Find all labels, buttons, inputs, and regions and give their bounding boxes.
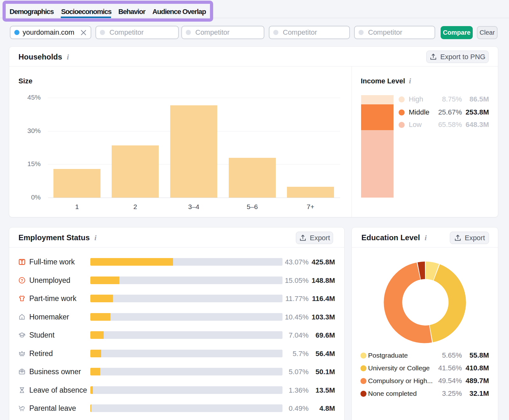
svg-text:?: ? [21,278,23,283]
